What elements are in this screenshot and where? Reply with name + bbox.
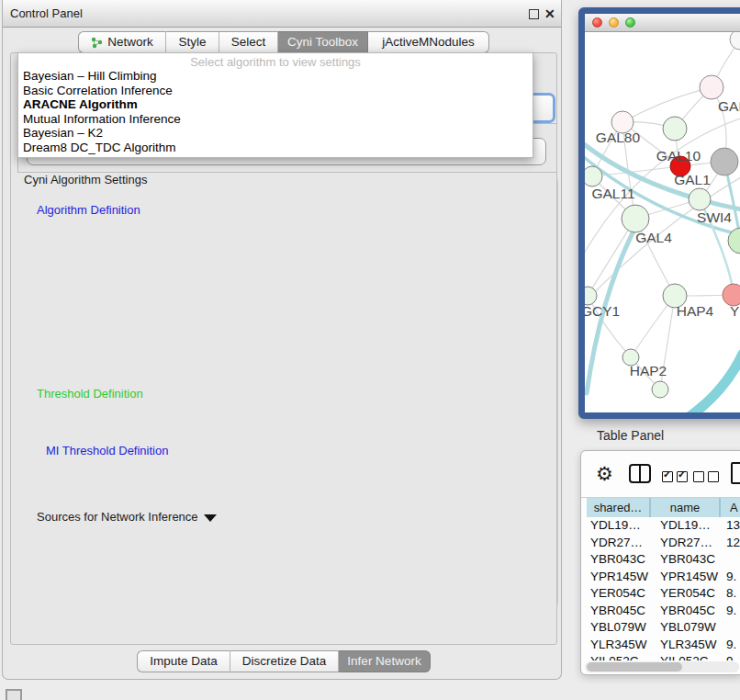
node-gal11[interactable] bbox=[585, 166, 602, 186]
table-row[interactable]: YDR27…YDR27…12 bbox=[581, 535, 740, 552]
cell: YBR045C bbox=[651, 603, 723, 620]
cell: 9. bbox=[723, 653, 740, 660]
label-hap2: HAP2 bbox=[630, 363, 667, 378]
collapse-down-icon bbox=[204, 514, 217, 522]
cell: YER054C bbox=[581, 585, 651, 603]
mac-zoom-button[interactable] bbox=[625, 17, 635, 28]
cyni-algorithm-settings-title: Cyni Algorithm Settings bbox=[21, 173, 150, 186]
network-graph[interactable]: GAL GAL80 GAL10 GAL1 GAL11 SWI4 GAL4 GCY… bbox=[585, 32, 740, 412]
node-gal10[interactable] bbox=[663, 117, 687, 141]
sources-toggle[interactable]: Sources for Network Inference bbox=[34, 510, 219, 524]
table-header-row: shared… name A bbox=[581, 497, 740, 517]
node-gal4[interactable] bbox=[622, 205, 649, 232]
close-icon[interactable]: ✕ bbox=[544, 6, 555, 21]
table-row[interactable]: YPR145WYPR145W9. bbox=[581, 569, 740, 586]
table-panel-title: Table Panel bbox=[597, 428, 664, 443]
select-all-rows-icon[interactable] bbox=[662, 469, 691, 486]
tab-select[interactable]: Select bbox=[219, 31, 278, 53]
screen: { "window": { "title": "Control Panel" }… bbox=[0, 0, 740, 700]
label-gal11: GAL11 bbox=[591, 186, 634, 201]
node-gal-clip[interactable] bbox=[700, 75, 723, 99]
tab-discretize-data-label: Discretize Data bbox=[242, 650, 327, 672]
label-y-clip: Y bbox=[730, 303, 739, 319]
tab-infer-network[interactable]: Infer Network bbox=[339, 650, 431, 672]
table-row[interactable]: YIL052CYIL052C9. bbox=[581, 653, 740, 660]
tab-impute-data-label: Impute Data bbox=[150, 650, 218, 672]
table-row[interactable]: YBR043CYBR043C bbox=[581, 551, 740, 569]
control-panel-window: Control Panel ✕ Network Style Select Cyn… bbox=[2, 0, 562, 680]
cell: YBR045C bbox=[581, 603, 651, 620]
algorithm-option[interactable]: Mutual Information Inference bbox=[18, 112, 533, 127]
cell: YPR145W bbox=[651, 569, 723, 586]
cell: YPR145W bbox=[581, 569, 651, 586]
label-gcy1: GCY1 bbox=[585, 303, 620, 319]
sources-title: Sources for Network Inference bbox=[37, 510, 198, 524]
cell: YBL079W bbox=[581, 619, 651, 637]
control-panel-titlebar: Control Panel ✕ bbox=[3, 0, 561, 28]
table-horizontal-scrollbar[interactable] bbox=[585, 661, 739, 672]
window-title: Control Panel bbox=[10, 0, 83, 28]
cell: YDL19… bbox=[581, 517, 651, 535]
label-gal80: GAL80 bbox=[596, 130, 641, 145]
tab-impute-data[interactable]: Impute Data bbox=[137, 650, 230, 672]
column-header-name[interactable]: name bbox=[651, 498, 721, 517]
tab-discretize-data[interactable]: Discretize Data bbox=[230, 650, 339, 672]
cell: 13 bbox=[723, 517, 740, 535]
cell: YDL19… bbox=[651, 517, 723, 535]
algorithm-option[interactable]: Dream8 DC_TDC Algorithm bbox=[18, 141, 533, 155]
cell: 9. bbox=[723, 569, 740, 586]
node-gray[interactable] bbox=[711, 148, 738, 175]
network-view-window: GAL GAL80 GAL10 GAL1 GAL11 SWI4 GAL4 GCY… bbox=[578, 7, 740, 419]
columns-icon[interactable] bbox=[629, 464, 651, 483]
scrollbar-thumb[interactable] bbox=[587, 662, 682, 672]
gear-icon[interactable]: ⚙ bbox=[596, 460, 613, 488]
label-hap4: HAP4 bbox=[677, 303, 714, 319]
column-header-shared-name[interactable]: shared… bbox=[587, 498, 651, 517]
cell: YDR27… bbox=[651, 535, 723, 552]
cell: YDR27… bbox=[581, 535, 651, 552]
table-row[interactable]: YDL19…YDL19…13 bbox=[581, 517, 740, 535]
table-row[interactable]: YBR045CYBR045C9. bbox=[581, 603, 740, 620]
tab-cyni-toolbox[interactable]: Cyni Toolbox bbox=[278, 31, 368, 53]
algorithm-option-selected[interactable]: ARACNE Algorithm bbox=[18, 97, 533, 112]
algorithm-option[interactable]: Bayesian – Hill Climbing bbox=[18, 69, 533, 84]
node-swi4[interactable] bbox=[689, 188, 711, 210]
minimized-panel-icon[interactable] bbox=[6, 689, 22, 700]
cell bbox=[723, 619, 740, 637]
node-partial[interactable] bbox=[730, 32, 740, 50]
network-canvas[interactable]: GAL GAL80 GAL10 GAL1 GAL11 SWI4 GAL4 GCY… bbox=[585, 32, 740, 412]
algorithm-definition-title: Algorithm Definition bbox=[34, 203, 143, 217]
tab-jactivemnodules[interactable]: jActiveMNodules bbox=[368, 31, 489, 53]
table-toolbar: ⚙ bbox=[581, 457, 740, 493]
cell: YIL052C bbox=[581, 653, 651, 660]
tab-style[interactable]: Style bbox=[166, 31, 219, 53]
threshold-definition-title: Threshold Definition bbox=[34, 387, 146, 401]
mac-close-button[interactable] bbox=[592, 17, 602, 28]
cell: 8. bbox=[723, 585, 740, 603]
node-bottom[interactable] bbox=[652, 381, 668, 398]
float-panel-icon[interactable] bbox=[529, 9, 539, 19]
algorithm-option[interactable]: Basic Correlation Inference bbox=[18, 84, 533, 98]
cell: YIL052C bbox=[651, 653, 723, 660]
algorithm-option[interactable]: Bayesian – K2 bbox=[18, 126, 533, 141]
mac-minimize-button[interactable] bbox=[609, 17, 619, 28]
tab-style-label: Style bbox=[178, 31, 206, 53]
tab-network[interactable]: Network bbox=[78, 31, 166, 53]
column-header-clipped[interactable]: A bbox=[721, 498, 740, 517]
table-row[interactable]: YER054CYER054C8. bbox=[581, 585, 740, 603]
node-gcy1[interactable] bbox=[585, 287, 597, 305]
table-row[interactable]: YBL079WYBL079W bbox=[581, 619, 740, 637]
cell: YBR043C bbox=[651, 551, 723, 569]
deselect-all-rows-icon[interactable] bbox=[693, 469, 723, 486]
label-gal1: GAL1 bbox=[674, 172, 711, 187]
tab-network-label: Network bbox=[107, 31, 153, 53]
tab-infer-network-label: Infer Network bbox=[347, 650, 420, 672]
control-panel-tabbar: Network Style Select Cyni Toolbox jActiv… bbox=[78, 31, 489, 53]
export-table-icon[interactable] bbox=[731, 462, 740, 484]
table-body: YDL19…YDL19…13 YDR27…YDR27…12 YBR043CYBR… bbox=[581, 517, 740, 660]
table-panel-window: ⚙ shared… name A YDL19…YDL19…13 YDR27…YD… bbox=[580, 450, 740, 675]
network-icon bbox=[91, 37, 103, 49]
table-row[interactable]: YLR345WYLR345W9. bbox=[581, 637, 740, 654]
label-gal4: GAL4 bbox=[635, 230, 672, 245]
label-swi4: SWI4 bbox=[697, 209, 732, 225]
